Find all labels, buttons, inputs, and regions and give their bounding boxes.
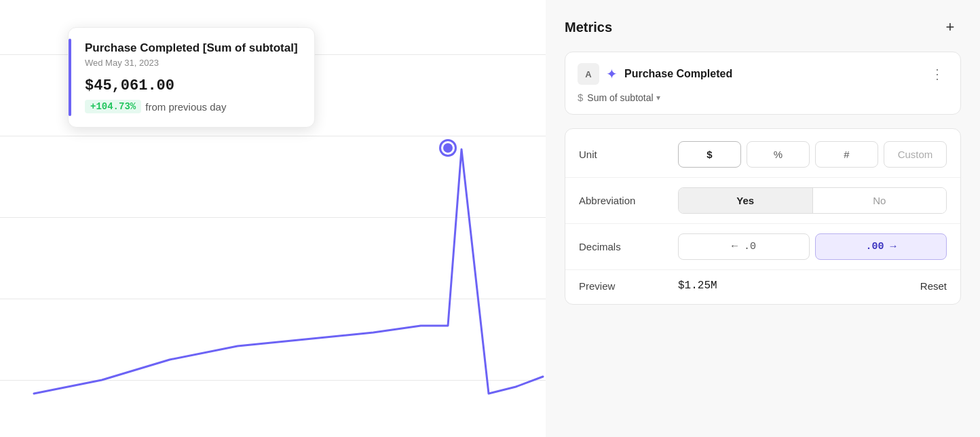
metric-sub-row[interactable]: $ Sum of subtotal ▾ xyxy=(578,92,948,103)
unit-dollar-button[interactable]: $ xyxy=(678,141,741,168)
metric-icon-box: A xyxy=(578,63,599,85)
unit-controls: $ % # Custom xyxy=(678,141,947,168)
metric-sub-label: Sum of subtotal xyxy=(587,92,653,103)
metric-name: Purchase Completed xyxy=(624,68,732,80)
abbreviation-group: Yes No xyxy=(678,187,947,214)
tooltip-title: Purchase Completed [Sum of subtotal] xyxy=(85,41,298,55)
settings-card: Unit $ % # Custom Abbreviation Yes No xyxy=(565,128,961,305)
decimals-label: Decimals xyxy=(579,241,667,252)
unit-group: $ % # Custom xyxy=(678,141,947,168)
add-metric-button[interactable]: + xyxy=(939,16,961,38)
tooltip-change-badge: +104.73% xyxy=(85,100,141,113)
chevron-down-icon: ▾ xyxy=(656,93,660,102)
reset-button[interactable]: Reset xyxy=(920,280,947,292)
metric-card-header: A ✦ Purchase Completed ⋮ xyxy=(578,63,948,85)
metric-sub-dollar-icon: $ xyxy=(578,92,583,103)
panel-title: Metrics xyxy=(565,20,612,35)
chart-tooltip: Purchase Completed [Sum of subtotal] Wed… xyxy=(68,27,315,128)
abbreviation-controls: Yes No xyxy=(678,187,947,214)
metric-card: A ✦ Purchase Completed ⋮ $ Sum of subtot… xyxy=(565,52,961,115)
decimals-increase-button[interactable]: .00 → xyxy=(815,233,947,260)
unit-label: Unit xyxy=(579,149,667,160)
chart-data-point xyxy=(441,141,455,155)
tooltip-date: Wed May 31, 2023 xyxy=(85,58,298,68)
unit-percent-button[interactable]: % xyxy=(747,141,810,168)
tooltip-change-text: from previous day xyxy=(145,101,226,113)
tooltip-value: $45,061.00 xyxy=(85,77,298,94)
right-panel: Metrics + A ✦ Purchase Completed ⋮ $ Sum… xyxy=(546,0,980,437)
tooltip-change: +104.73% from previous day xyxy=(85,100,298,113)
panel-header: Metrics + xyxy=(565,16,961,38)
preview-label: Preview xyxy=(579,280,667,292)
settings-preview-row: Preview $1.25M Reset xyxy=(565,270,960,301)
abbreviation-yes-button[interactable]: Yes xyxy=(679,188,812,213)
decimal-group: ← .0 .00 → xyxy=(678,233,947,260)
metric-sub-dropdown[interactable]: Sum of subtotal ▾ xyxy=(587,92,660,103)
chart-area: Purchase Completed [Sum of subtotal] Wed… xyxy=(0,0,546,437)
abbreviation-label: Abbreviation xyxy=(579,195,667,206)
metric-more-button[interactable]: ⋮ xyxy=(926,64,948,83)
settings-decimals-row: Decimals ← .0 .00 → xyxy=(565,224,960,270)
metric-card-left: A ✦ Purchase Completed xyxy=(578,63,732,85)
settings-unit-row: Unit $ % # Custom xyxy=(565,132,960,178)
tooltip-accent-bar xyxy=(69,39,71,116)
unit-custom-button[interactable]: Custom xyxy=(884,141,947,168)
decimals-decrease-button[interactable]: ← .0 xyxy=(678,233,810,260)
abbreviation-no-button[interactable]: No xyxy=(813,188,947,213)
preview-value: $1.25M xyxy=(678,280,717,292)
metric-event-icon: ✦ xyxy=(606,66,618,82)
settings-abbreviation-row: Abbreviation Yes No xyxy=(565,178,960,224)
decimals-controls: ← .0 .00 → xyxy=(678,233,947,260)
preview-controls: $1.25M Reset xyxy=(678,280,947,292)
unit-hash-button[interactable]: # xyxy=(815,141,878,168)
